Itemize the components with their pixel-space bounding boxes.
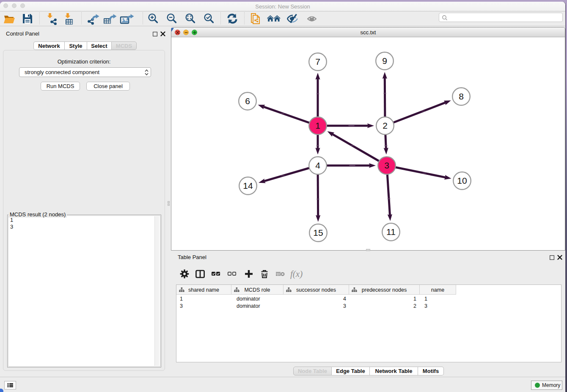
svg-text:6: 6	[245, 96, 250, 106]
svg-text:10: 10	[457, 176, 467, 185]
svg-text:3: 3	[384, 160, 389, 170]
svg-text:8: 8	[459, 91, 464, 101]
svg-text:9: 9	[382, 56, 387, 66]
svg-text:11: 11	[386, 227, 396, 237]
svg-text:2: 2	[383, 121, 388, 130]
svg-text:4: 4	[315, 160, 320, 170]
svg-text:14: 14	[243, 181, 253, 190]
svg-text:7: 7	[315, 57, 320, 66]
svg-text:1: 1	[315, 121, 320, 130]
svg-text:15: 15	[313, 228, 323, 237]
